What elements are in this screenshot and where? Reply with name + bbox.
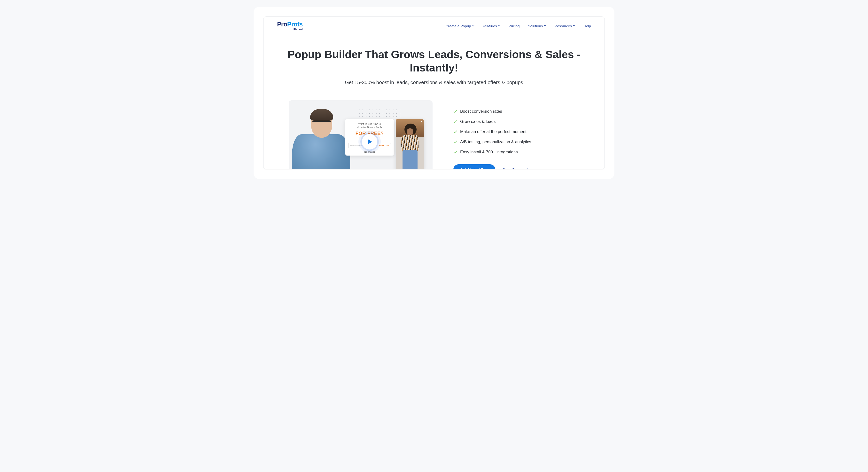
chevron-down-icon [544, 25, 546, 27]
person-illustration [292, 106, 350, 169]
nav-label: Create a Popup [445, 24, 471, 28]
feature-text: Easy install & 700+ integrations [460, 150, 518, 155]
hero-illustration[interactable]: Want To See How To Monetize Bounce Traff… [289, 100, 433, 169]
feature-item: Boost conversion rates [454, 109, 579, 114]
nav-resources[interactable]: Resources [554, 24, 575, 28]
check-icon [454, 120, 457, 124]
logo-part-pro: Pro [277, 21, 287, 28]
nav-pricing[interactable]: Pricing [508, 24, 520, 28]
popup-preview-card: Want To See How To Monetize Bounce Traff… [345, 119, 394, 155]
get-demo-link[interactable]: Get a Demo [502, 168, 528, 169]
logo-wordmark: ProProfs [277, 21, 303, 27]
arrow-right-icon [524, 168, 528, 169]
feature-text: Make an offer at the perfect moment [460, 129, 527, 134]
popup-line1: Want To See How To [348, 123, 391, 125]
feature-item: Make an offer at the perfect moment [454, 129, 579, 134]
get-started-button[interactable]: Get Started Free [454, 164, 495, 169]
popup-line2: Monetize Bounce Traffic [348, 126, 391, 129]
cta-row: Get Started Free Get a Demo [454, 164, 579, 169]
logo-subbrand: Picreel [293, 28, 303, 31]
nav-label: Features [483, 24, 497, 28]
nav-links: Create a Popup Features Pricing Solution… [445, 24, 591, 28]
hero: Popup Builder That Grows Leads, Conversi… [264, 35, 604, 85]
popup-start-trial: Start Trial [377, 143, 391, 148]
page-frame: ProProfs Picreel Create a Popup Features… [254, 7, 614, 179]
check-icon [454, 140, 457, 144]
close-icon: ✕ [421, 120, 423, 123]
nav-features[interactable]: Features [483, 24, 500, 28]
hero-subtitle: Get 15-300% boost in leads, conversions … [275, 80, 593, 85]
app-window: ProProfs Picreel Create a Popup Features… [263, 17, 605, 169]
check-icon [454, 110, 457, 113]
nav-label: Resources [554, 24, 572, 28]
feature-item: A/B testing, personalization & analytics [454, 140, 579, 144]
navbar: ProProfs Picreel Create a Popup Features… [264, 17, 604, 35]
nav-label: Solutions [528, 24, 543, 28]
nav-label: Help [583, 24, 591, 28]
chevron-down-icon [573, 25, 575, 27]
logo[interactable]: ProProfs Picreel [277, 21, 303, 31]
nav-create-popup[interactable]: Create a Popup [445, 24, 474, 28]
nav-help[interactable]: Help [583, 24, 591, 28]
content-row: Want To See How To Monetize Bounce Traff… [264, 85, 604, 169]
side-photo-card: ✕ [396, 119, 424, 169]
feature-text: A/B testing, personalization & analytics [460, 140, 531, 144]
feature-list: Boost conversion rates Grow sales & lead… [454, 100, 579, 169]
feature-text: Grow sales & leads [460, 119, 496, 124]
logo-part-profs: Profs [287, 21, 303, 28]
feature-item: Easy install & 700+ integrations [454, 150, 579, 155]
demo-label: Get a Demo [502, 168, 522, 169]
hero-title: Popup Builder That Grows Leads, Conversi… [275, 48, 593, 75]
feature-text: Boost conversion rates [460, 109, 502, 114]
feature-item: Grow sales & leads [454, 119, 579, 124]
play-icon[interactable] [362, 134, 377, 149]
chevron-down-icon [498, 25, 500, 27]
nav-solutions[interactable]: Solutions [528, 24, 547, 28]
check-icon [454, 150, 457, 154]
nav-label: Pricing [508, 24, 520, 28]
chevron-down-icon [472, 25, 474, 27]
check-icon [454, 130, 457, 134]
popup-no-thanks: No Thanks [348, 151, 391, 153]
